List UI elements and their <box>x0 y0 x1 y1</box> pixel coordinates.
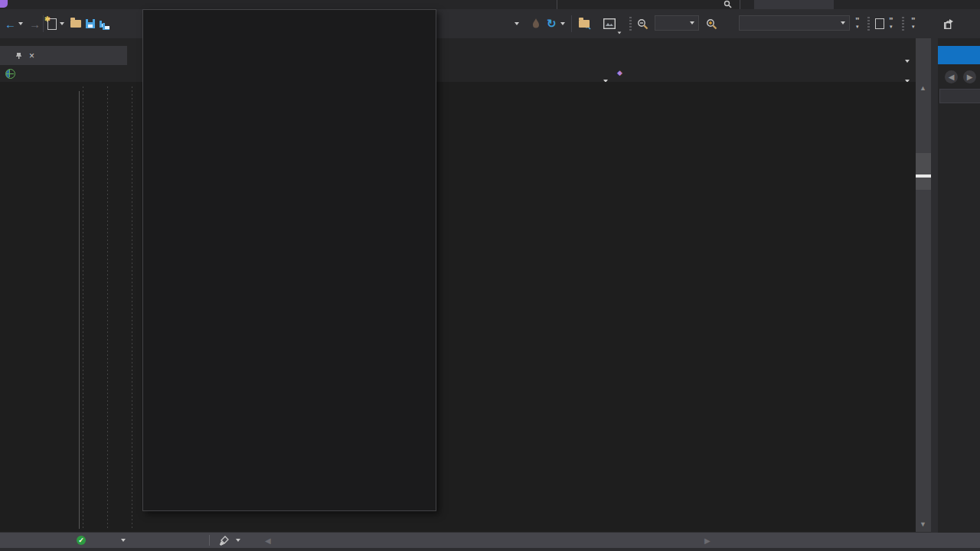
chevron-down-icon <box>236 539 240 542</box>
issues-status[interactable]: ✓ <box>77 533 91 548</box>
project-menu <box>142 9 436 511</box>
magnifier-minus-icon <box>637 18 648 30</box>
toolbar-separator <box>571 15 572 32</box>
solution-search-input[interactable] <box>939 89 980 103</box>
toolbar-drag-handle[interactable] <box>629 17 632 31</box>
back-arrow-icon: ← <box>5 18 16 31</box>
forward-arrow-icon: → <box>29 18 41 31</box>
solution-explorer-panel: ◀ ▶ ◀ <box>938 38 980 551</box>
solution-back-button[interactable]: ◀ <box>945 70 958 83</box>
document-icon <box>875 18 884 29</box>
toolbar-combobox[interactable] <box>739 15 850 31</box>
find-in-files-button[interactable] <box>579 9 591 38</box>
refresh-icon: ↻ <box>547 17 557 31</box>
zoom-out-button[interactable] <box>637 9 648 38</box>
next-change-arrow[interactable]: ▶ <box>704 533 710 548</box>
chevron-down-icon <box>690 21 694 24</box>
save-all-icon2 <box>103 23 109 30</box>
zoom-level-combobox[interactable] <box>655 15 699 31</box>
tab-apiintegration[interactable]: × <box>0 46 127 65</box>
solution-name-button[interactable] <box>754 0 834 9</box>
indent-guide <box>132 86 132 529</box>
flame-icon <box>531 18 541 29</box>
doc-well-dropdown[interactable] <box>905 52 910 66</box>
chevron-down-icon <box>121 539 126 542</box>
paintbrush-icon <box>219 536 229 546</box>
editor-zoom-caret[interactable] <box>121 533 126 548</box>
quote-dropdown-icon: ”▾ <box>911 18 916 29</box>
visual-studio-logo-icon <box>0 0 8 8</box>
close-icon[interactable]: × <box>29 51 34 61</box>
hot-reload-button[interactable] <box>531 9 541 38</box>
title-bar <box>0 0 980 9</box>
uncomment-selection-button[interactable]: ”▾ <box>889 9 893 38</box>
open-file-button[interactable] <box>70 9 81 38</box>
toolbar-drag-handle[interactable] <box>902 17 904 31</box>
check-circle-icon: ✓ <box>77 536 86 545</box>
new-file-dropdown[interactable] <box>60 9 64 38</box>
quote-dropdown-icon: ”▾ <box>889 18 893 29</box>
toolbar-drag-handle[interactable] <box>867 17 870 31</box>
method-icon: ◆ <box>617 69 622 77</box>
chevron-down-icon <box>60 22 64 25</box>
chevron-down-icon <box>841 21 845 24</box>
new-file-button[interactable]: ✱ <box>47 9 57 38</box>
scroll-down-icon[interactable]: ▼ <box>920 520 926 528</box>
editor-scrollbar[interactable]: ▲ ▼ <box>916 38 931 532</box>
solution-explorer-header[interactable] <box>938 46 980 64</box>
browser-preview-button[interactable] <box>603 9 616 38</box>
status-bar: ✓ ◀ ▶ <box>0 533 980 548</box>
navigate-backward-button[interactable]: ← <box>5 9 16 38</box>
prev-change-arrow[interactable]: ◀ <box>265 533 271 548</box>
solution-forward-button[interactable]: ▶ <box>963 70 976 83</box>
save-icon <box>86 19 95 28</box>
save-all-button[interactable] <box>100 9 109 38</box>
chevron-down-icon <box>514 22 519 25</box>
picture-frame-icon <box>603 18 616 29</box>
chevron-down-icon <box>905 60 910 63</box>
folder-search-icon <box>579 20 590 28</box>
navigate-forward-button[interactable]: → <box>29 9 41 38</box>
share-icon <box>944 19 955 29</box>
scrollbar-thumb[interactable] <box>916 153 931 190</box>
indent-guide <box>107 86 108 529</box>
quote-tool-button[interactable]: ”▾ <box>911 9 916 38</box>
source-control-brush[interactable] <box>219 533 229 548</box>
chevron-down-icon <box>560 22 565 25</box>
refresh-browser-button[interactable]: ↻ <box>547 9 557 38</box>
document-tab-band: × ⚙ <box>0 38 916 65</box>
pin-icon[interactable] <box>15 52 22 60</box>
comment-selection-button[interactable]: ”▾ <box>855 9 860 38</box>
magnifier-plus-icon <box>706 18 717 30</box>
indent-guide <box>83 86 83 529</box>
search-wrench-icon <box>724 0 732 8</box>
document-outline-button[interactable] <box>875 9 884 38</box>
open-folder-icon <box>70 20 81 28</box>
live-share-button[interactable] <box>944 9 958 38</box>
sparkle-icon: ✱ <box>44 15 51 23</box>
zoom-in-button[interactable] <box>706 9 717 38</box>
fold-structure-line <box>79 91 80 529</box>
save-button[interactable] <box>86 9 95 38</box>
window-bottom-strip <box>0 548 980 551</box>
debug-target-caret[interactable] <box>514 9 519 38</box>
code-editor[interactable] <box>0 82 916 532</box>
toolbar-separator <box>43 15 44 32</box>
quote-dropdown-icon: ”▾ <box>855 18 860 29</box>
navigate-backward-dropdown[interactable] <box>18 9 23 38</box>
web-project-icon <box>5 68 15 82</box>
status-separator <box>209 535 210 546</box>
navigation-bar: ◆ ↕↔ <box>0 65 916 83</box>
chevron-down-icon <box>618 31 622 34</box>
refresh-dropdown[interactable] <box>560 9 565 38</box>
chevron-down-icon <box>18 22 23 25</box>
brush-caret[interactable] <box>236 533 240 548</box>
scroll-up-icon[interactable]: ▲ <box>920 84 926 92</box>
quick-search-box[interactable] <box>557 0 740 9</box>
panel-splitter[interactable] <box>931 38 938 551</box>
